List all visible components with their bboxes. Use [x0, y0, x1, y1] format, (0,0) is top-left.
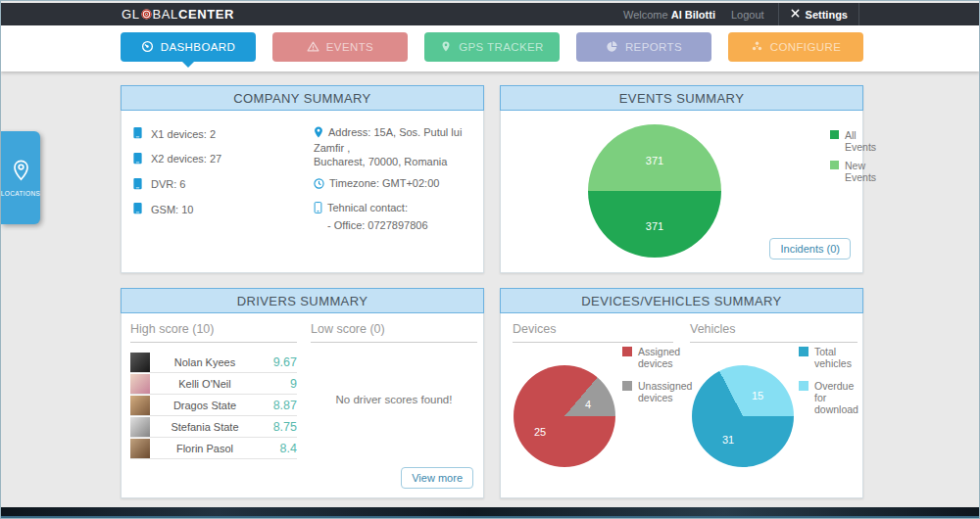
top-bar-right: Welcome Al Bilotti Logout Settings — [623, 3, 859, 25]
vehicles-pie-chart[interactable] — [692, 365, 794, 467]
legend-new-events: New Events — [830, 160, 876, 183]
new-events-value: 371 — [646, 155, 663, 166]
events-legend: All Events New Events — [830, 129, 876, 183]
high-score-heading: High score (10) — [130, 322, 297, 343]
incidents-button[interactable]: Incidents (0) — [769, 238, 851, 260]
company-contact: Tehnical contact: - Office: 0727897806 — [314, 202, 473, 233]
contact-office: - Office: 0727897806 — [314, 219, 473, 233]
driver-score: 9.67 — [260, 355, 297, 369]
unassigned-devices-value: 4 — [585, 399, 591, 410]
legend-all-events: All Events — [830, 129, 876, 153]
events-summary-panel: EVENTS SUMMARY 371 371 All Events New Ev… — [500, 85, 863, 273]
company-summary-header: COMPANY SUMMARY — [121, 85, 484, 111]
all-events-label: All Events — [845, 129, 876, 153]
total-vehicles-value: 31 — [722, 434, 734, 446]
device-icon — [133, 177, 142, 194]
drivers-summary-panel: DRIVERS SUMMARY High score (10) Nolan Ky… — [121, 288, 484, 498]
driver-avatar — [130, 353, 150, 372]
logo-target-icon — [141, 9, 152, 20]
driver-row: Florin Pasol 8.4 — [130, 438, 297, 459]
drivers-summary-header: DRIVERS SUMMARY — [121, 288, 484, 313]
legend-total-vehicles: Total vehicles — [799, 346, 861, 369]
sidebar-locations-tab[interactable]: LOCATIONS — [1, 131, 40, 224]
drivers-summary-title: DRIVERS SUMMARY — [237, 294, 368, 308]
events-pie-chart[interactable] — [588, 124, 721, 258]
devices-column: Devices — [513, 322, 673, 343]
overdue-vehicles-label: Overdue for download — [814, 380, 861, 415]
driver-name: Nolan Kyees — [150, 356, 260, 368]
overdue-vehicles-value: 15 — [752, 390, 763, 401]
devices-legend: Assigned devices Unassigned devices — [622, 346, 695, 403]
device-count-text: X2 devices: 27 — [151, 153, 221, 166]
location-pin-icon — [13, 160, 29, 185]
tab-dashboard[interactable]: DASHBOARD — [121, 32, 256, 62]
tab-events-label: EVENTS — [326, 41, 373, 53]
legend-unassigned-devices: Unassigned devices — [622, 380, 695, 403]
tab-configure-label: CONFIGURE — [770, 41, 842, 53]
logo-text-gl: GL — [122, 7, 140, 22]
driver-score: 8.4 — [260, 442, 297, 455]
gauge-icon — [141, 40, 154, 55]
company-address: Address: 15A, Sos. Putul lui Zamfir , Bu… — [314, 126, 473, 168]
app-window: GLBALCENTER Welcome Al Bilotti Logout Se… — [0, 0, 980, 519]
logout-link[interactable]: Logout — [731, 9, 764, 21]
welcome-label: Welcome — [623, 9, 668, 21]
top-bar: GLBALCENTER Welcome Al Bilotti Logout Se… — [1, 3, 979, 25]
vehicles-legend: Total vehicles Overdue for download — [799, 346, 861, 415]
low-score-column: Low score (0) No driver scores found! — [311, 322, 477, 405]
new-events-label: New Events — [845, 160, 876, 183]
timezone-text: Timezone: GMT+02:00 — [329, 177, 439, 189]
device-count-row: GSM: 10 — [133, 202, 314, 218]
tab-reports[interactable]: REPORTS — [576, 32, 711, 62]
all-events-swatch — [830, 130, 839, 139]
driver-avatar — [130, 396, 150, 415]
tab-configure[interactable]: CONFIGURE — [728, 32, 863, 62]
driver-row: Dragos State 8.87 — [130, 395, 297, 416]
devices-vehicles-header: DEVICES/VEHICLES SUMMARY — [500, 288, 863, 313]
high-score-column: High score (10) Nolan Kyees 9.67 Kelli O… — [130, 322, 297, 459]
view-more-button[interactable]: View more — [401, 467, 473, 489]
high-score-list: Nolan Kyees 9.67 Kelli O'Neil 9 Dragos S… — [130, 352, 297, 459]
events-summary-header: EVENTS SUMMARY — [500, 85, 863, 111]
logo-text-center: CENTER — [178, 7, 234, 22]
overdue-vehicles-swatch — [799, 381, 808, 391]
address-line1: Address: 15A, Sos. Putul lui Zamfir , — [314, 126, 462, 154]
device-count-text: X1 devices: 2 — [151, 128, 216, 142]
vehicles-column: Vehicles — [690, 322, 858, 343]
device-count-row: DVR: 6 — [133, 177, 314, 194]
locations-label: LOCATIONS — [1, 190, 41, 197]
device-count-text: GSM: 10 — [151, 204, 193, 217]
user-name: Al Bilotti — [671, 9, 715, 21]
devices-heading: Devices — [513, 322, 673, 343]
devices-vehicles-summary-panel: DEVICES/VEHICLES SUMMARY Devices Vehicle… — [500, 288, 863, 498]
settings-button[interactable]: Settings — [778, 3, 859, 25]
company-timezone: Timezone: GMT+02:00 — [314, 177, 473, 193]
legend-assigned-devices: Assigned devices — [622, 346, 695, 369]
nav-band: DASHBOARD EVENTS GPS TRACKER REPORTS CON… — [1, 25, 979, 71]
company-summary-title: COMPANY SUMMARY — [233, 91, 370, 106]
logo-text-bal: BAL — [153, 7, 178, 22]
driver-name: Kelli O'Neil — [150, 378, 260, 390]
main-nav: DASHBOARD EVENTS GPS TRACKER REPORTS CON… — [121, 32, 863, 62]
driver-row: Nolan Kyees 9.67 — [130, 352, 297, 373]
device-icon — [133, 126, 142, 143]
unassigned-devices-label: Unassigned devices — [638, 380, 695, 403]
all-events-value: 371 — [646, 220, 663, 232]
company-summary-panel: COMPANY SUMMARY X1 devices: 2 X2 devices… — [121, 85, 484, 273]
devices-pie-chart[interactable] — [514, 365, 615, 467]
driver-avatar — [130, 417, 150, 437]
tab-gps-tracker[interactable]: GPS TRACKER — [424, 32, 560, 62]
unassigned-devices-swatch — [622, 381, 632, 391]
total-vehicles-swatch — [799, 347, 808, 356]
device-count-row: X2 devices: 27 — [133, 152, 314, 168]
company-summary-body: X1 devices: 2 X2 devices: 27 DVR: 6 GSM:… — [122, 111, 483, 242]
tab-events[interactable]: EVENTS — [272, 32, 408, 62]
bottom-page-edge — [1, 507, 979, 518]
contact-label: Tehnical contact: — [327, 202, 408, 213]
app-logo: GLBALCENTER — [122, 3, 234, 25]
devices-vehicles-title: DEVICES/VEHICLES SUMMARY — [581, 294, 781, 308]
company-device-counts: X1 devices: 2 X2 devices: 27 DVR: 6 GSM:… — [133, 126, 314, 242]
device-count-text: DVR: 6 — [151, 178, 185, 192]
settings-label: Settings — [806, 9, 848, 21]
mobile-phone-icon — [314, 202, 322, 217]
